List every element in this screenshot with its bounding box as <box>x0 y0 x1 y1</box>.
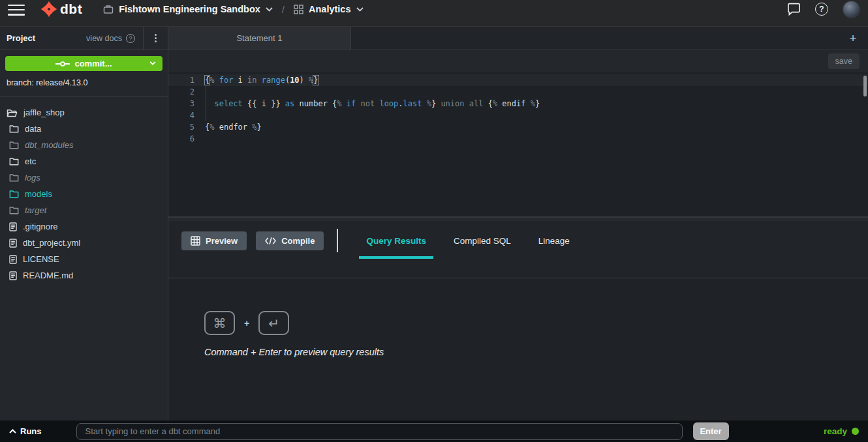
compile-label: Compile <box>281 236 315 246</box>
code-line-3[interactable]: 3 select {{ i }} as number {% if not loo… <box>168 98 868 110</box>
commit-button[interactable]: commit... <box>5 56 163 71</box>
tree-item-target[interactable]: target <box>0 202 168 218</box>
code-editor[interactable]: 1{% for i in range(10) %}23 select {{ i … <box>168 72 868 217</box>
account-name: Fishtown Engineering Sandbox <box>119 4 260 14</box>
tab-lineage[interactable]: Lineage <box>525 228 583 253</box>
folder-icon <box>9 141 19 149</box>
user-avatar[interactable] <box>843 1 860 18</box>
code-line-6[interactable]: 6 <box>168 133 868 145</box>
runs-label: Runs <box>20 426 42 436</box>
tree-item-data[interactable]: data <box>0 121 168 137</box>
tree-item-label: README.md <box>23 271 73 280</box>
help-icon[interactable]: ? <box>815 3 828 16</box>
code-text: select {{ i }} as number {% if not loop.… <box>205 98 540 110</box>
tree-item-label: jaffle_shop <box>23 108 65 117</box>
chevron-up-icon <box>9 429 16 434</box>
tab-compiled-sql[interactable]: Compiled SQL <box>440 228 525 253</box>
editor-area: Statement 1 + save 1{% for i in range(10… <box>168 27 868 420</box>
folder-icon <box>9 157 19 166</box>
project-sidebar: Project view docs ? commit... branch <box>0 27 168 420</box>
tree-item-label: etc <box>25 156 36 166</box>
file-icon <box>9 255 17 264</box>
chevron-down-icon <box>266 7 273 12</box>
code-text: {% for i in range(10) %} <box>205 74 318 86</box>
code-line-4[interactable]: 4 <box>168 110 868 121</box>
code-line-1[interactable]: 1{% for i in range(10) %} <box>168 74 868 86</box>
status-badge: ready <box>824 426 859 436</box>
results-panel-header: Preview Compile Query Results <box>168 221 868 278</box>
tree-item-jaffle-shop[interactable]: jaffle_shop <box>0 104 168 121</box>
sidebar-title: Project <box>0 27 35 50</box>
file-icon <box>9 239 17 248</box>
view-docs-link[interactable]: view docs ? <box>86 27 143 50</box>
file-tree: jaffle_shopdatadbt_modulesetclogsmodelst… <box>0 96 168 284</box>
git-commit-icon <box>55 61 70 67</box>
project-switcher[interactable]: Analytics <box>294 4 363 14</box>
chevron-down-icon <box>149 61 156 65</box>
code-line-2[interactable]: 2 <box>168 86 868 98</box>
line-number: 5 <box>168 121 194 133</box>
view-docs-label: view docs <box>86 34 122 43</box>
status-dot-icon <box>852 428 859 435</box>
dbt-logo-mark-icon <box>40 1 57 18</box>
tab-label: Lineage <box>538 236 570 246</box>
briefcase-icon <box>103 4 114 14</box>
code-text: {% endfor %} <box>205 121 262 133</box>
hamburger-menu-icon[interactable] <box>8 5 25 16</box>
folder-icon <box>9 190 19 198</box>
tree-item-label: .gitignore <box>23 222 57 231</box>
preview-hint-text: Command + Enter to preview query results <box>204 347 868 357</box>
tree-item--gitignore[interactable]: .gitignore <box>0 218 168 235</box>
editor-scrollbar[interactable] <box>863 76 867 96</box>
tree-item-label: data <box>25 124 41 134</box>
tree-item-models[interactable]: models <box>0 186 168 202</box>
query-results-area: ⌘ + ↵ Command + Enter to preview query r… <box>168 278 868 420</box>
docs-help-icon: ? <box>126 34 135 43</box>
tree-item-dbt-modules[interactable]: dbt_modules <box>0 137 168 153</box>
compile-button[interactable]: Compile <box>256 231 324 250</box>
code-icon <box>265 237 276 245</box>
command-key-icon: ⌘ <box>204 311 235 335</box>
line-number: 6 <box>168 133 194 145</box>
preview-button[interactable]: Preview <box>181 231 247 250</box>
new-tab-button[interactable]: + <box>838 27 868 50</box>
enter-key-icon: ↵ <box>258 311 289 335</box>
account-switcher[interactable]: Fishtown Engineering Sandbox <box>103 4 273 14</box>
line-number: 2 <box>168 86 194 98</box>
folder-icon <box>9 125 19 133</box>
project-name: Analytics <box>309 4 350 14</box>
command-status-bar: Runs Enter ready <box>0 420 868 442</box>
tab-query-results[interactable]: Query Results <box>352 228 440 253</box>
tree-item-label: models <box>25 189 52 199</box>
enter-button[interactable]: Enter <box>693 422 729 440</box>
file-icon <box>9 222 17 231</box>
dbt-command-input[interactable] <box>76 423 683 440</box>
tab-statement-1[interactable]: Statement 1 <box>168 27 351 50</box>
chat-icon[interactable] <box>787 3 801 16</box>
tree-item-label: LICENSE <box>23 254 59 264</box>
kebab-menu-icon[interactable] <box>143 27 168 50</box>
dbt-logo: dbt <box>40 1 82 18</box>
tab-label: Query Results <box>366 236 426 246</box>
dbt-ide-app: dbt Fishtown Engineering Sandbox / Analy… <box>0 0 868 442</box>
plus-separator: + <box>244 318 249 329</box>
table-icon <box>191 236 200 246</box>
tree-item-readme-md[interactable]: README.md <box>0 267 168 284</box>
tab-label: Compiled SQL <box>454 236 511 246</box>
tree-item-license[interactable]: LICENSE <box>0 251 168 267</box>
commit-label: commit... <box>74 59 112 68</box>
editor-tab-bar: Statement 1 + <box>168 27 868 50</box>
dbt-logo-text: dbt <box>60 1 82 17</box>
runs-toggle[interactable]: Runs <box>9 426 42 436</box>
indent-guide <box>206 86 206 121</box>
code-line-5[interactable]: 5{% endfor %} <box>168 121 868 133</box>
line-number: 1 <box>168 74 194 86</box>
file-icon <box>9 271 17 280</box>
tree-item-logs[interactable]: logs <box>0 169 168 186</box>
help-glyph: ? <box>819 5 824 14</box>
save-button[interactable]: save <box>828 53 860 69</box>
toolbar-divider <box>337 229 338 252</box>
branch-label: branch: release/4.13.0 <box>0 71 168 96</box>
tree-item-dbt-project-yml[interactable]: dbt_project.yml <box>0 235 168 251</box>
tree-item-etc[interactable]: etc <box>0 153 168 169</box>
